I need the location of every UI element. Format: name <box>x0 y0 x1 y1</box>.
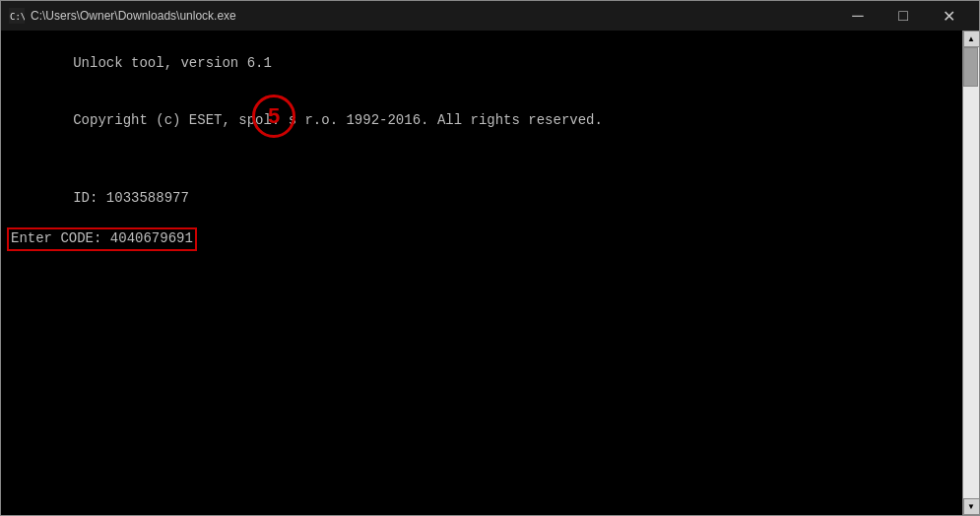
terminal-line-5: Enter CODE: 4040679691 <box>7 227 956 251</box>
maximize-button[interactable]: □ <box>881 1 926 31</box>
window-title: C:\Users\Owner\Downloads\unlock.exe <box>31 9 236 23</box>
title-bar-controls: ─ □ ✕ <box>835 1 971 31</box>
svg-text:C:\: C:\ <box>10 12 25 22</box>
content-area: Unlock tool, version 6.1 Copyright (c) E… <box>1 31 979 515</box>
scrollbar-thumb[interactable] <box>963 47 978 87</box>
terminal-line-1: Unlock tool, version 6.1 <box>7 34 956 93</box>
scrollbar-arrow-up[interactable]: ▲ <box>963 31 980 47</box>
minimize-button[interactable]: ─ <box>835 1 881 31</box>
terminal[interactable]: Unlock tool, version 6.1 Copyright (c) E… <box>1 31 962 515</box>
close-button[interactable]: ✕ <box>926 1 971 31</box>
terminal-line-3 <box>7 151 956 170</box>
window-icon: C:\ <box>9 8 25 24</box>
window: C:\ C:\Users\Owner\Downloads\unlock.exe … <box>0 0 980 516</box>
scrollbar-track[interactable] <box>963 47 979 498</box>
scrollbar[interactable]: ▲ ▼ <box>962 31 979 515</box>
scrollbar-arrow-down[interactable]: ▼ <box>963 498 980 515</box>
terminal-line-4: ID: 1033588977 <box>7 169 956 227</box>
enter-code-box: Enter CODE: 4040679691 <box>7 227 197 251</box>
title-bar-left: C:\ C:\Users\Owner\Downloads\unlock.exe <box>9 8 236 24</box>
terminal-line-2: Copyright (c) ESET, spol. s r.o. 1992-20… <box>7 93 956 151</box>
title-bar: C:\ C:\Users\Owner\Downloads\unlock.exe … <box>1 1 979 31</box>
